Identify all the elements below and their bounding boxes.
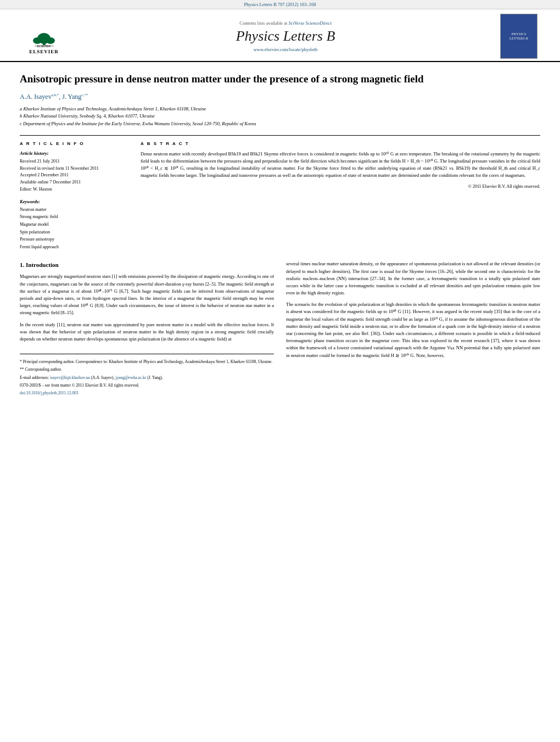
elsevier-text: ELSEVIER <box>29 49 59 54</box>
online-date: Available online 7 December 2011 <box>20 179 130 186</box>
body-col-right: several times nuclear matter saturation … <box>286 260 540 396</box>
keyword-3: Magnetar model <box>20 221 130 228</box>
copyright-line: © 2011 Elsevier B.V. All rights reserved… <box>141 184 540 189</box>
keywords-section: Keywords: Neutron matter Strong magnetic… <box>20 199 130 251</box>
accepted-date: Accepted 2 December 2011 <box>20 172 130 179</box>
keywords-title: Keywords: <box>20 199 130 204</box>
history-title: Article history: <box>20 150 130 156</box>
email-end: (J. Yang). <box>147 375 163 380</box>
author1-name: A.A. Isayev <box>20 93 52 101</box>
divider-1 <box>20 135 540 136</box>
email-2[interactable]: jyang@ewha.ac.kr <box>115 375 146 380</box>
cover-text: PHYSICS LETTERS B <box>508 31 529 42</box>
journal-cover-image: PHYSICS LETTERS B <box>500 14 537 59</box>
cover-line1: PHYSICS <box>509 32 528 36</box>
header-logo-area: ELSEVIER ELSEVIER <box>16 14 77 59</box>
revised-date: Received in revised form 11 November 201… <box>20 165 130 172</box>
keyword-6: Fermi liquid approach <box>20 243 130 251</box>
abstract-text: Dense neutron matter with recently devel… <box>141 150 540 180</box>
sciverse-line: Contents lists available at SciVerse Sci… <box>239 20 332 26</box>
page: Physics Letters B 707 (2012) 163–168 ELS… <box>0 0 560 742</box>
body-col-left: 1. Introduction Magnetars are strongly m… <box>20 260 274 396</box>
section1-para2: In the recent study [11], neutron star m… <box>20 321 274 343</box>
article-title: Anisotropic pressure in dense neutron ma… <box>20 72 540 86</box>
author1-sup: a,b,* <box>52 93 59 97</box>
abstract-panel: A B S T R A C T Dense neutron matter wit… <box>141 141 540 251</box>
footnote-emails: E-mail addresses: isayev@kipt.kharkov.ua… <box>20 375 274 381</box>
main-content: Anisotropic pressure in dense neutron ma… <box>0 62 560 406</box>
abstract-label: A B S T R A C T <box>141 141 540 146</box>
footnote-1: * Principal corresponding author. Corres… <box>20 359 274 365</box>
keyword-5: Pressure anisotropy <box>20 236 130 243</box>
editor-line: Editor: W. Haxton <box>20 186 130 193</box>
journal-title: Physics Letters B <box>236 28 335 44</box>
author2-sup: c,** <box>81 93 88 97</box>
svg-point-3 <box>46 37 55 44</box>
authors-line: A.A. Isayeva,b,*, J. Yangc,** <box>20 93 540 101</box>
svg-text:ELSEVIER: ELSEVIER <box>37 44 51 48</box>
header-center: Contents lists available at SciVerse Sci… <box>77 14 494 59</box>
footnote-2: ** Corresponding author. <box>20 366 274 372</box>
journal-header: ELSEVIER ELSEVIER Contents lists availab… <box>0 9 560 62</box>
citation-text: Physics Letters B 707 (2012) 163–168 <box>244 2 316 7</box>
body-content: 1. Introduction Magnetars are strongly m… <box>20 260 540 396</box>
article-footer: * Principal corresponding author. Corres… <box>20 354 274 396</box>
elsevier-tree-icon: ELSEVIER <box>29 23 59 48</box>
affil-a: a Kharkov Institute of Physics and Techn… <box>20 105 540 113</box>
journal-url[interactable]: www.elsevier.com/locate/physletb <box>254 47 318 52</box>
citation-bar: Physics Letters B 707 (2012) 163–168 <box>0 0 560 9</box>
section1-para4: The scenario for the evolution of spin p… <box>286 301 540 359</box>
affil-b: b Kharkov National University, Svobody S… <box>20 113 540 120</box>
sciverse-prefix: Contents lists available at <box>239 20 287 26</box>
article-history: Article history: Received 21 July 2011 R… <box>20 150 130 193</box>
author2-name: J. Yang <box>62 93 81 101</box>
doi-line[interactable]: doi:10.1016/j.physletb.2011.12.003 <box>20 390 274 396</box>
svg-point-2 <box>33 37 42 44</box>
affil-c: c Department of Physics and the Institut… <box>20 120 540 127</box>
email-sep: (A.A. Isayev), <box>91 375 115 380</box>
keyword-1: Neutron matter <box>20 206 130 214</box>
keyword-4: Spin polarization <box>20 228 130 236</box>
section1-para3: several times nuclear matter saturation … <box>286 260 540 297</box>
affiliations: a Kharkov Institute of Physics and Techn… <box>20 105 540 127</box>
email-1[interactable]: isayev@kipt.kharkov.ua <box>50 375 90 380</box>
article-info-panel: A R T I C L E I N F O Article history: R… <box>20 141 130 251</box>
issn-line: 0370-2693/$ – see front matter © 2011 El… <box>20 382 274 388</box>
cover-line2: LETTERS B <box>509 36 528 41</box>
header-right: PHYSICS LETTERS B <box>494 14 544 59</box>
article-info-abstract: A R T I C L E I N F O Article history: R… <box>20 141 540 251</box>
email-label: E-mail addresses: <box>20 375 49 380</box>
article-info-label: A R T I C L E I N F O <box>20 141 130 146</box>
sciverse-link[interactable]: SciVerse ScienceDirect <box>288 20 331 26</box>
received-date: Received 21 July 2011 <box>20 158 130 165</box>
elsevier-logo: ELSEVIER ELSEVIER <box>19 19 69 54</box>
section1-para1: Magnetars are strongly magnetized neutro… <box>20 273 274 316</box>
keyword-2: Strong magnetic field <box>20 213 130 221</box>
section1-heading: 1. Introduction <box>20 260 274 270</box>
